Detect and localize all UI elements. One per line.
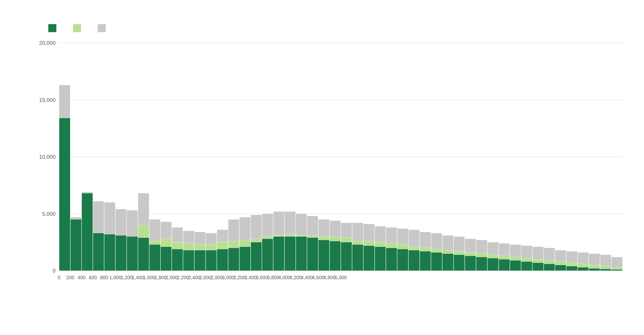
svg-rect-93 <box>409 250 420 271</box>
svg-rect-52 <box>262 214 273 237</box>
svg-rect-103 <box>454 237 465 251</box>
x-tick-label: 4,800 <box>323 273 335 281</box>
x-tick-label: 4,000 <box>278 273 290 281</box>
x-tick-label: 3,200 <box>233 273 245 281</box>
svg-rect-136 <box>578 252 589 264</box>
legend-item-supported <box>73 24 84 32</box>
svg-rect-80 <box>364 241 375 246</box>
x-tick-label: 1,000 <box>109 273 121 281</box>
svg-rect-74 <box>341 238 352 242</box>
svg-rect-91 <box>409 230 420 247</box>
svg-rect-105 <box>454 255 465 271</box>
svg-rect-62 <box>296 235 307 236</box>
svg-rect-73 <box>341 223 352 238</box>
x-tick-label: 3,400 <box>244 273 257 281</box>
y-tick-label: 10,000 <box>39 154 58 160</box>
svg-rect-19 <box>138 193 149 225</box>
svg-rect-96 <box>420 251 431 271</box>
svg-rect-92 <box>409 247 420 250</box>
svg-rect-141 <box>589 269 600 271</box>
svg-rect-108 <box>465 256 476 271</box>
legend <box>48 24 623 32</box>
svg-rect-98 <box>431 249 442 252</box>
svg-rect-54 <box>262 239 273 271</box>
svg-rect-94 <box>420 232 431 248</box>
svg-rect-24 <box>149 244 160 271</box>
svg-rect-84 <box>375 247 386 271</box>
svg-rect-16 <box>116 235 127 271</box>
svg-rect-53 <box>262 237 273 239</box>
svg-rect-46 <box>240 217 251 240</box>
svg-rect-27 <box>161 247 172 271</box>
svg-rect-63 <box>296 237 307 271</box>
svg-rect-59 <box>285 234 296 237</box>
svg-rect-11 <box>93 201 104 234</box>
svg-rect-17 <box>127 210 138 238</box>
svg-rect-99 <box>431 252 442 271</box>
x-tick-label: 600 <box>89 273 97 281</box>
svg-rect-15 <box>116 209 127 239</box>
x-tick-label: 400 <box>78 273 86 281</box>
controlled-swatch <box>48 24 56 32</box>
total-swatch <box>98 24 106 32</box>
svg-rect-60 <box>285 237 296 271</box>
svg-rect-66 <box>307 238 318 271</box>
svg-rect-22 <box>149 219 160 241</box>
x-tick-label: 2,000 <box>166 273 178 281</box>
svg-rect-121 <box>521 246 532 258</box>
svg-rect-143 <box>600 266 611 269</box>
svg-rect-65 <box>307 235 318 238</box>
x-axis: 02004006008001,0001,2001,4001,6001,8002,… <box>59 271 623 287</box>
svg-rect-41 <box>217 242 228 249</box>
svg-rect-115 <box>499 243 510 256</box>
svg-rect-83 <box>375 242 386 247</box>
svg-rect-123 <box>521 262 532 271</box>
chart-container: 02004006008001,0001,2001,4001,6001,8002,… <box>0 0 644 335</box>
svg-rect-47 <box>240 240 251 247</box>
svg-rect-37 <box>206 233 217 245</box>
svg-rect-33 <box>183 250 194 271</box>
svg-rect-43 <box>228 219 239 241</box>
svg-rect-23 <box>149 241 160 245</box>
svg-rect-34 <box>195 232 206 245</box>
x-tick-label: 4,200 <box>290 273 302 281</box>
svg-rect-67 <box>319 219 330 237</box>
svg-rect-57 <box>273 237 284 271</box>
svg-rect-61 <box>296 214 307 236</box>
svg-rect-111 <box>476 257 487 271</box>
svg-rect-78 <box>352 244 363 271</box>
svg-rect-68 <box>319 237 330 240</box>
svg-rect-127 <box>544 248 555 260</box>
x-tick-label: 1,400 <box>132 273 144 281</box>
svg-rect-12 <box>93 233 104 271</box>
y-tick-label: 5,000 <box>42 211 58 217</box>
svg-rect-40 <box>217 230 228 242</box>
x-tick-label: 5,000 <box>335 273 347 281</box>
y-ticks: 05,00010,00015,00020,000 <box>43 43 58 271</box>
svg-rect-30 <box>172 249 183 271</box>
svg-rect-110 <box>476 254 487 257</box>
svg-rect-21 <box>138 238 149 271</box>
x-tick-label: 3,600 <box>256 273 268 281</box>
svg-rect-113 <box>488 255 499 258</box>
x-tick-label: 2,200 <box>177 273 189 281</box>
x-tick-label: 4,600 <box>312 273 324 281</box>
supported-swatch <box>73 24 81 32</box>
svg-rect-116 <box>499 256 510 259</box>
svg-rect-112 <box>488 242 499 255</box>
x-tick-label: 200 <box>66 273 74 281</box>
svg-rect-138 <box>578 267 589 271</box>
svg-rect-18 <box>127 237 138 271</box>
svg-rect-64 <box>307 216 318 235</box>
svg-rect-125 <box>533 259 544 263</box>
svg-rect-90 <box>397 249 408 271</box>
svg-rect-133 <box>566 251 577 263</box>
legend-item-total <box>98 24 109 32</box>
svg-rect-13 <box>104 202 115 237</box>
svg-rect-26 <box>161 239 172 247</box>
svg-rect-72 <box>330 241 341 271</box>
svg-rect-50 <box>251 239 262 242</box>
svg-rect-87 <box>386 248 397 271</box>
svg-rect-104 <box>454 251 465 255</box>
svg-rect-139 <box>589 254 600 265</box>
